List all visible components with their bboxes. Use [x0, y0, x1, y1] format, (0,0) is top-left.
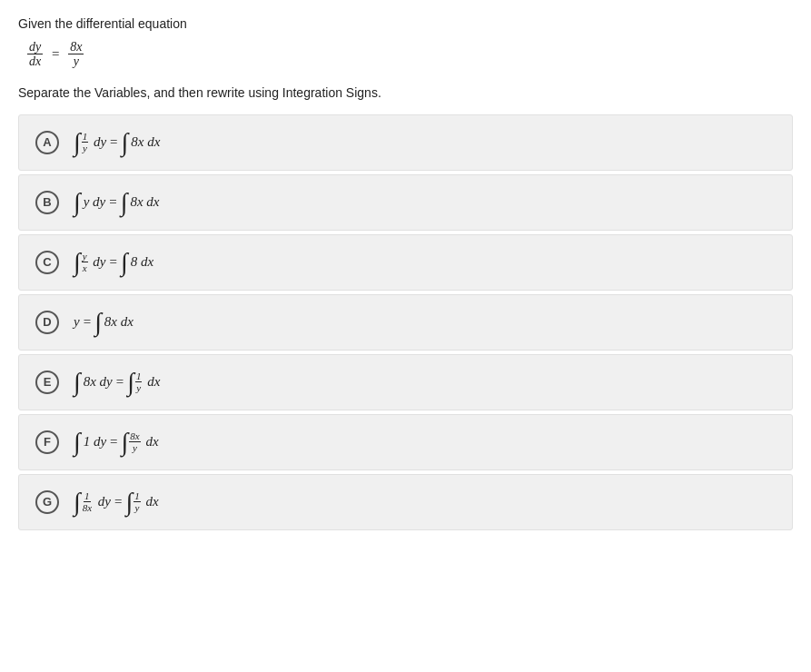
option-c-right-integral: ∫ — [121, 250, 128, 275]
option-d-right-integral: ∫ — [94, 310, 102, 335]
option-c-formula: ∫ y x dy = ∫ 8 dx — [74, 250, 153, 275]
option-a-equals: = — [110, 134, 117, 150]
options-container: A ∫ 1 y dy = ∫ 8x dx B ∫ y dy = ∫ 8x dx … — [18, 114, 793, 534]
option-g-right-d: dx — [143, 494, 159, 509]
option-f-formula: ∫ 1 dy = ∫ 8x y dx — [74, 430, 159, 455]
option-a-circle: A — [35, 131, 59, 154]
option-a-left-d: dy — [90, 134, 106, 150]
option-g-left-frac: 1 8x — [82, 490, 93, 513]
option-e[interactable]: E ∫ 8x dy = ∫ 1 y dx — [18, 354, 793, 410]
option-d-right-expr: 8x dx — [104, 314, 134, 330]
option-f-equals: = — [110, 434, 117, 450]
option-a-left-frac: 1 y — [82, 131, 89, 153]
option-b-equals: = — [109, 194, 116, 210]
instruction-text: Separate the Variables, and then rewrite… — [18, 85, 793, 100]
dy-dx-fraction: dy dx — [27, 40, 43, 69]
option-e-formula: ∫ 8x dy = ∫ 1 y dx — [74, 370, 160, 395]
option-d-circle: D — [35, 311, 59, 334]
option-c-right-expr: 8 dx — [131, 254, 153, 270]
option-e-right-integral: ∫ — [127, 370, 134, 395]
option-g-left-d: dy — [94, 494, 111, 509]
dy-numerator: dy — [27, 40, 43, 54]
dy-denominator: dx — [27, 54, 43, 68]
option-c-left-integral: ∫ — [74, 250, 81, 275]
option-d-equals: = — [84, 314, 91, 330]
option-b-circle: B — [35, 191, 59, 214]
y-denominator: y — [72, 54, 81, 68]
option-a-right-integral: ∫ — [122, 130, 129, 155]
option-f-right-d: dx — [143, 434, 159, 450]
8x-y-fraction: 8x y — [68, 40, 84, 69]
intro-line1: Given the differential equation — [18, 16, 793, 31]
option-f-right-frac: 8x y — [129, 430, 140, 453]
option-e-left-expr: 8x dy — [84, 374, 113, 390]
option-f-left-expr: 1 dy — [84, 434, 106, 450]
option-d-y: y — [74, 314, 80, 330]
option-c-circle: C — [35, 251, 59, 274]
option-g[interactable]: G ∫ 1 8x dy = ∫ 1 y dx — [18, 474, 793, 530]
option-c-left-d: dy — [90, 254, 106, 270]
option-a[interactable]: A ∫ 1 y dy = ∫ 8x dx — [18, 114, 793, 171]
option-b[interactable]: B ∫ y dy = ∫ 8x dx — [18, 174, 793, 231]
option-b-left-integral: ∫ — [74, 190, 81, 215]
option-g-equals: = — [114, 494, 122, 509]
option-e-right-frac: 1 y — [135, 371, 143, 393]
option-c-left-frac: y x — [82, 251, 88, 273]
option-d[interactable]: D y = ∫ 8x dx — [18, 294, 793, 351]
ode-equals: = — [52, 46, 59, 62]
option-e-right-d: dx — [143, 374, 160, 390]
option-g-formula: ∫ 1 8x dy = ∫ 1 y dx — [74, 489, 159, 515]
option-f-right-integral: ∫ — [122, 430, 129, 455]
option-a-right-expr: 8x dx — [131, 134, 160, 150]
option-f-left-integral: ∫ — [74, 430, 81, 455]
option-b-formula: ∫ y dy = ∫ 8x dx — [74, 190, 159, 215]
8x-numerator: 8x — [68, 40, 84, 54]
option-g-circle: G — [35, 490, 59, 514]
option-e-equals: = — [116, 374, 124, 390]
option-g-left-integral: ∫ — [74, 489, 81, 515]
option-e-left-integral: ∫ — [74, 370, 81, 395]
option-e-circle: E — [35, 371, 59, 394]
option-b-left-expr: y dy — [84, 194, 106, 210]
option-b-right-integral: ∫ — [121, 190, 128, 215]
option-c[interactable]: C ∫ y x dy = ∫ 8 dx — [18, 234, 793, 291]
option-b-right-expr: 8x dx — [130, 194, 159, 210]
option-d-formula: y = ∫ 8x dx — [74, 310, 134, 335]
option-g-right-frac: 1 y — [134, 490, 141, 513]
option-c-equals: = — [109, 254, 116, 270]
option-a-left-integral: ∫ — [74, 130, 81, 155]
option-g-right-integral: ∫ — [125, 489, 133, 515]
option-f-circle: F — [35, 430, 59, 454]
main-equation: dy dx = 8x y — [27, 40, 793, 69]
option-f[interactable]: F ∫ 1 dy = ∫ 8x y dx — [18, 414, 793, 470]
option-a-formula: ∫ 1 y dy = ∫ 8x dx — [74, 130, 160, 155]
